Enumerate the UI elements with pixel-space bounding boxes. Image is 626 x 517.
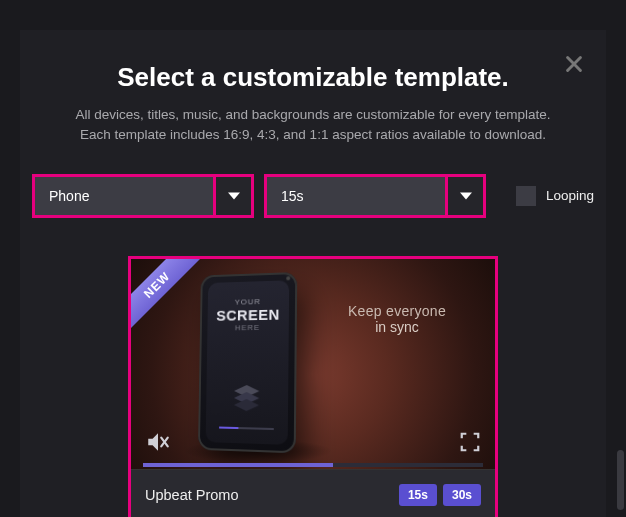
duration-chip-group: 15s 30s (399, 484, 481, 506)
subtitle-line-1: All devices, titles, music, and backgrou… (76, 107, 551, 122)
duration-filter-caret[interactable] (445, 177, 483, 215)
preview-progress-fill (143, 463, 333, 467)
tagline-line-1: Keep everyone (327, 303, 467, 319)
phone-mockup: YOUR SCREEN HERE (198, 271, 297, 452)
device-filter-input[interactable] (35, 177, 213, 215)
duration-chip-15s[interactable]: 15s (399, 484, 437, 506)
close-icon[interactable] (560, 50, 588, 78)
device-filter[interactable] (32, 174, 254, 218)
svg-marker-4 (234, 398, 259, 411)
scrollbar-thumb[interactable] (617, 450, 624, 510)
tagline-line-2: in sync (327, 319, 467, 335)
template-grid: NEW YOUR SCREEN HERE (20, 256, 606, 518)
fullscreen-icon[interactable] (459, 431, 481, 457)
mock-your: YOUR (235, 297, 261, 307)
layers-icon (227, 376, 266, 421)
preview-controls (145, 429, 481, 459)
mute-icon[interactable] (145, 429, 171, 459)
template-tagline: Keep everyone in sync (327, 303, 467, 335)
mock-screen: SCREEN (216, 305, 280, 323)
device-filter-caret[interactable] (213, 177, 251, 215)
modal-subtitle: All devices, titles, music, and backgrou… (20, 105, 606, 146)
duration-filter[interactable] (264, 174, 486, 218)
duration-chip-30s[interactable]: 30s (443, 484, 481, 506)
duration-filter-input[interactable] (267, 177, 445, 215)
looping-checkbox[interactable] (516, 186, 536, 206)
preview-progress-track[interactable] (143, 463, 483, 467)
subtitle-line-2: Each template includes 16:9, 4:3, and 1:… (80, 127, 546, 142)
looping-toggle[interactable]: Looping (516, 186, 594, 206)
template-name: Upbeat Promo (145, 487, 239, 503)
template-card[interactable]: NEW YOUR SCREEN HERE (128, 256, 498, 518)
modal-title: Select a customizable template. (20, 30, 606, 93)
app-root: Select a customizable template. All devi… (0, 0, 626, 517)
template-thumbnail[interactable]: NEW YOUR SCREEN HERE (131, 259, 495, 469)
phone-mock-screen: YOUR SCREEN HERE (206, 280, 290, 445)
new-badge: NEW (131, 259, 208, 336)
template-card-footer: Upbeat Promo 15s 30s (131, 469, 495, 518)
filters-row: Looping (20, 174, 606, 218)
looping-label: Looping (546, 188, 594, 203)
mock-here: HERE (235, 322, 260, 331)
template-modal: Select a customizable template. All devi… (20, 30, 606, 517)
